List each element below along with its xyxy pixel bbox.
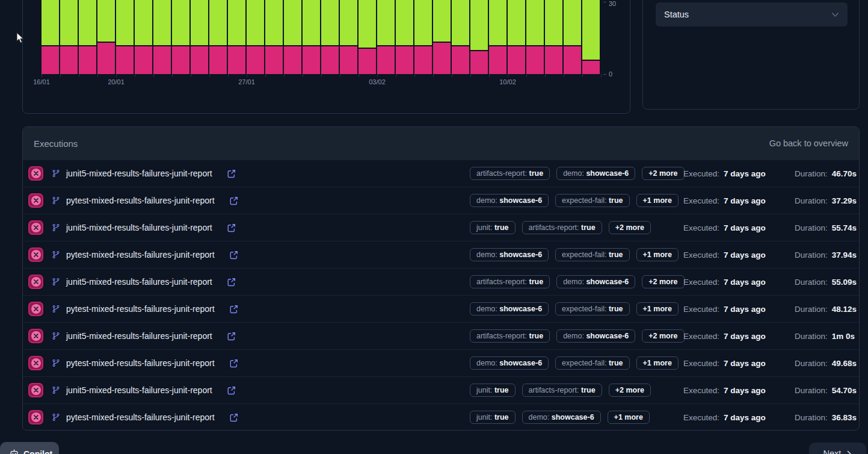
y-axis-tick-label: 0 <box>609 70 612 78</box>
more-tags-pill[interactable]: +2 more <box>609 221 651 234</box>
open-execution-icon[interactable] <box>227 386 236 395</box>
more-tags-pill[interactable]: +1 more <box>636 356 679 370</box>
tag-pill: demo: showcase-6 <box>470 248 549 261</box>
tag-pill: demo: showcase-6 <box>470 194 549 207</box>
open-execution-icon[interactable] <box>227 169 236 178</box>
execution-row[interactable]: pytest-mixed-results-failures-junit-repo… <box>23 241 859 268</box>
passed-segment <box>97 0 115 42</box>
execution-tags: junit: trueartifacts-report: true+2 more <box>470 384 651 397</box>
execution-name: junit5-mixed-results-failures-junit-repo… <box>66 385 212 395</box>
failed-segment <box>191 45 208 74</box>
more-tags-pill[interactable]: +1 more <box>636 302 679 316</box>
x-icon <box>31 196 41 205</box>
executed-value: 7 days ago <box>724 250 766 260</box>
more-tags-pill[interactable]: +2 more <box>609 384 651 397</box>
execution-name: pytest-mixed-results-failures-junit-repo… <box>66 358 215 368</box>
duration-label: Duration: <box>795 223 828 232</box>
open-execution-icon[interactable] <box>229 305 238 314</box>
tag-value: true <box>581 386 596 394</box>
duration-value: 55.74s <box>832 223 857 232</box>
more-tags-pill[interactable]: +2 more <box>642 167 684 180</box>
executed-info: Executed:7 days ago <box>683 250 766 260</box>
execution-name-wrap: junit5-mixed-results-failures-junit-repo… <box>66 214 236 241</box>
status-failed-icon <box>28 247 43 262</box>
open-execution-icon[interactable] <box>227 332 236 341</box>
git-branch-icon <box>52 223 60 232</box>
bar <box>284 0 301 74</box>
open-execution-icon[interactable] <box>229 413 238 422</box>
failed-segment <box>265 45 283 74</box>
failed-segment <box>303 45 320 74</box>
bar <box>545 0 562 74</box>
execution-row[interactable]: junit5-mixed-results-failures-junit-repo… <box>23 376 859 403</box>
tag-label: demo: <box>476 305 499 313</box>
tag-label: junit: <box>476 223 494 232</box>
more-tags-pill[interactable]: +1 more <box>608 411 650 424</box>
executed-value: 7 days ago <box>724 359 766 368</box>
failed-segment <box>79 45 96 74</box>
go-back-to-overview-link[interactable]: Go back to overview <box>769 138 848 148</box>
open-execution-icon[interactable] <box>229 196 238 205</box>
passed-segment <box>172 0 189 45</box>
tag-label: expected-fail: <box>562 359 609 367</box>
bar <box>526 0 544 74</box>
execution-tags: artifacts-report: truedemo: showcase-6+2… <box>470 275 685 288</box>
tag-value: showcase-6 <box>586 278 629 286</box>
failed-segment <box>42 45 59 74</box>
status-filter-dropdown[interactable]: Status <box>656 2 848 26</box>
duration-value: 48.12s <box>832 305 857 314</box>
open-execution-icon[interactable] <box>229 250 238 260</box>
duration-value: 46.70s <box>832 169 857 178</box>
execution-name-wrap: pytest-mixed-results-failures-junit-repo… <box>66 241 238 268</box>
execution-row[interactable]: pytest-mixed-results-failures-junit-repo… <box>23 349 859 376</box>
execution-row[interactable]: junit5-mixed-results-failures-junit-repo… <box>23 268 859 295</box>
open-execution-icon[interactable] <box>227 278 236 287</box>
more-tags-pill[interactable]: +2 more <box>642 275 684 288</box>
execution-row[interactable]: pytest-mixed-results-failures-junit-repo… <box>23 403 859 431</box>
tag-value: true <box>609 250 623 259</box>
x-icon <box>31 169 41 178</box>
bar <box>97 0 115 74</box>
open-execution-icon[interactable] <box>229 359 238 368</box>
next-page-button[interactable]: Next <box>809 443 866 454</box>
failed-segment <box>452 45 469 74</box>
execution-name: junit5-mixed-results-failures-junit-repo… <box>66 223 212 232</box>
execution-row[interactable]: junit5-mixed-results-failures-junit-repo… <box>23 214 859 241</box>
status-failed-icon <box>28 193 43 208</box>
execution-tags: artifacts-report: truedemo: showcase-6+2… <box>470 167 685 180</box>
bar <box>396 0 413 74</box>
bar <box>508 0 525 74</box>
tag-pill: demo: showcase-6 <box>470 302 549 316</box>
x-axis-tick-label: 10/02 <box>499 78 516 86</box>
tag-pill: demo: showcase-6 <box>556 167 635 180</box>
execution-row[interactable]: junit5-mixed-results-failures-junit-repo… <box>23 322 859 349</box>
status-failed-icon <box>28 302 43 316</box>
bar-chart-bars <box>42 0 602 74</box>
more-tags-pill[interactable]: +2 more <box>642 329 684 343</box>
tag-pill: junit: true <box>470 221 516 234</box>
executed-label: Executed: <box>683 332 719 341</box>
more-tags-pill[interactable]: +1 more <box>636 248 679 261</box>
executed-info: Executed:7 days ago <box>683 278 766 287</box>
tag-label: demo: <box>563 332 586 340</box>
bar <box>303 0 320 74</box>
execution-row[interactable]: pytest-mixed-results-failures-junit-repo… <box>23 295 859 322</box>
execution-row[interactable]: junit5-mixed-results-failures-junit-repo… <box>23 160 859 187</box>
more-tags-pill[interactable]: +1 more <box>636 194 679 207</box>
executed-label: Executed: <box>683 223 719 232</box>
bar <box>116 0 134 74</box>
bar <box>359 0 376 74</box>
tag-label: artifacts-report: <box>529 386 582 394</box>
tag-value: true <box>494 413 509 421</box>
tag-value: showcase-6 <box>499 250 542 259</box>
execution-row[interactable]: pytest-mixed-results-failures-junit-repo… <box>23 187 859 214</box>
execution-name-wrap: junit5-mixed-results-failures-junit-repo… <box>66 269 236 295</box>
tag-value: true <box>609 305 623 313</box>
copilot-button[interactable]: Copilot <box>0 442 59 454</box>
tag-label: junit: <box>476 413 494 421</box>
bar <box>489 0 506 74</box>
passed-segment <box>340 0 357 45</box>
passed-segment <box>545 0 562 45</box>
open-execution-icon[interactable] <box>227 223 236 232</box>
execution-name: pytest-mixed-results-failures-junit-repo… <box>66 196 215 205</box>
